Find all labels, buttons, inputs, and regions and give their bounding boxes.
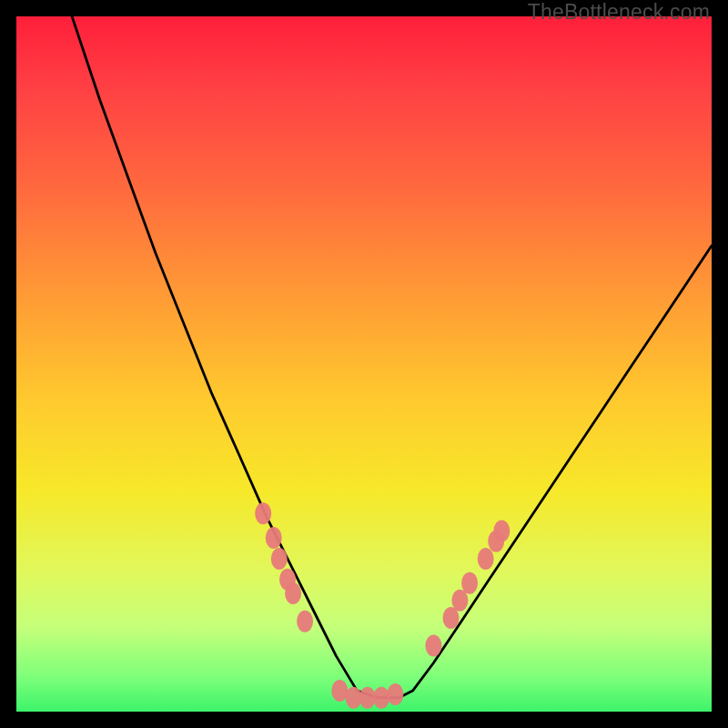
marker-point	[451, 590, 468, 612]
marker-point	[271, 548, 288, 570]
marker-point	[285, 582, 301, 604]
marker-point	[387, 683, 403, 705]
marker-point	[425, 634, 441, 656]
marker-point	[266, 527, 282, 549]
marker-point	[297, 611, 313, 632]
marker-point	[255, 502, 271, 524]
plot-area	[16, 16, 712, 712]
watermark-text: TheBottleneck.com	[528, 0, 710, 25]
bottleneck-curve	[72, 16, 712, 698]
marker-point	[359, 687, 376, 709]
marker-point	[373, 687, 389, 709]
marker-point	[478, 548, 494, 570]
chart-svg	[16, 16, 712, 712]
marker-point	[461, 572, 478, 594]
curve-layer	[72, 16, 712, 698]
marker-point	[493, 520, 510, 541]
chart-frame: TheBottleneck.com	[0, 0, 728, 728]
